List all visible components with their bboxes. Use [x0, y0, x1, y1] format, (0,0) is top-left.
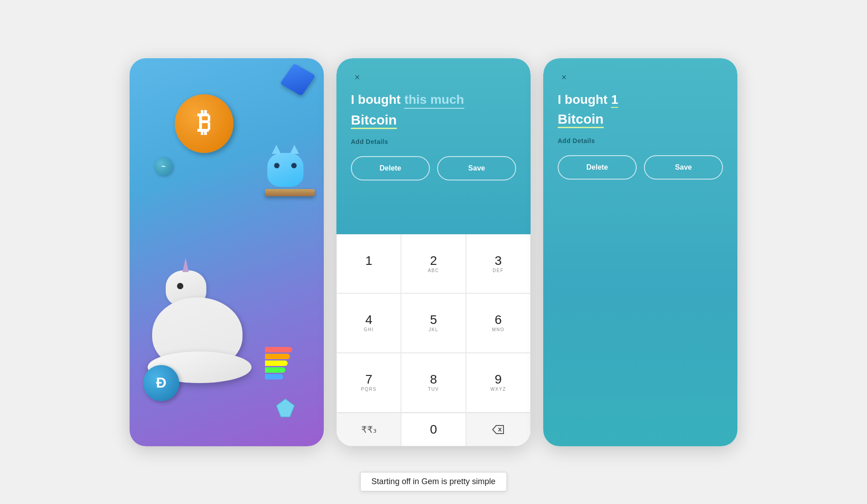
action-buttons-right: Delete Save: [558, 155, 723, 180]
blue-cube-decoration: [280, 63, 316, 96]
ripple-small-coin: ~: [154, 157, 172, 176]
illustration-container: ₿ ~: [130, 58, 324, 446]
save-button-middle[interactable]: Save: [437, 156, 516, 180]
numpad-key-7[interactable]: 7 PQRS: [336, 353, 401, 412]
crypto-name-label-right: Bitcoin: [558, 111, 723, 137]
phone-illustration: ₿ ~: [130, 58, 324, 446]
crypto-name-label-middle: Bitcoin: [351, 112, 516, 138]
ripple-coin-illustration: Ð: [143, 365, 179, 401]
numpad-key-4[interactable]: 4 GHI: [336, 293, 401, 353]
page-wrapper: ₿ ~: [112, 40, 755, 464]
numpad-section: 1 2 ABC 3 DEF 4 GHI 5 JKL: [336, 234, 531, 446]
rainbow-tail: [265, 347, 297, 383]
numpad-grid: 1 2 ABC 3 DEF 4 GHI 5 JKL: [336, 234, 531, 412]
bought-line: I bought this much: [351, 92, 516, 109]
delete-button-middle[interactable]: Delete: [351, 156, 430, 180]
numpad-key-9[interactable]: 9 WXYZ: [466, 353, 531, 412]
bought-prefix-label: I bought: [351, 92, 401, 107]
svg-marker-0: [276, 399, 294, 417]
bought-line-right: I bought 1: [558, 92, 723, 108]
phone-before-input: × I bought this much Bitcoin Add Details…: [336, 58, 531, 446]
numpad-key-2[interactable]: 2 ABC: [401, 234, 466, 294]
close-button-middle[interactable]: ×: [351, 71, 364, 83]
numpad-key-0[interactable]: 0: [401, 413, 466, 446]
delete-button-right[interactable]: Delete: [558, 155, 637, 180]
phone-after-input: × I bought 1 Bitcoin Add Details Delete …: [543, 58, 737, 446]
diamond-gem-illustration: [274, 397, 297, 419]
unicorn-illustration: [143, 257, 261, 383]
numpad-key-5[interactable]: 5 JKL: [401, 293, 466, 353]
bought-prefix-right: I bought: [558, 92, 607, 107]
cat-creature-illustration: [265, 153, 306, 198]
bitcoin-coin-illustration: ₿: [175, 94, 233, 153]
numpad-key-special[interactable]: ₹₹₃: [336, 413, 401, 446]
numpad-bottom-row: ₹₹₃ 0: [336, 412, 531, 446]
numpad-key-6[interactable]: 6 MNO: [466, 293, 531, 353]
save-button-right[interactable]: Save: [644, 155, 723, 180]
bought-value-display[interactable]: 1: [611, 92, 618, 108]
numpad-key-backspace[interactable]: [466, 413, 531, 446]
action-buttons-middle: Delete Save: [351, 156, 516, 180]
top-section-right: × I bought 1 Bitcoin Add Details Delete …: [543, 58, 737, 446]
numpad-key-8[interactable]: 8 TUV: [401, 353, 466, 412]
amount-placeholder[interactable]: this much: [404, 92, 464, 109]
add-details-label-right[interactable]: Add Details: [558, 137, 723, 144]
caption-box: Starting off in Gem is pretty simple: [360, 472, 507, 491]
top-section-middle: × I bought this much Bitcoin Add Details…: [336, 58, 531, 234]
numpad-key-1[interactable]: 1: [336, 234, 401, 294]
add-details-label-middle[interactable]: Add Details: [351, 138, 516, 145]
caption-text: Starting off in Gem is pretty simple: [372, 477, 496, 486]
close-button-right[interactable]: ×: [558, 71, 570, 83]
numpad-key-3[interactable]: 3 DEF: [466, 234, 531, 294]
